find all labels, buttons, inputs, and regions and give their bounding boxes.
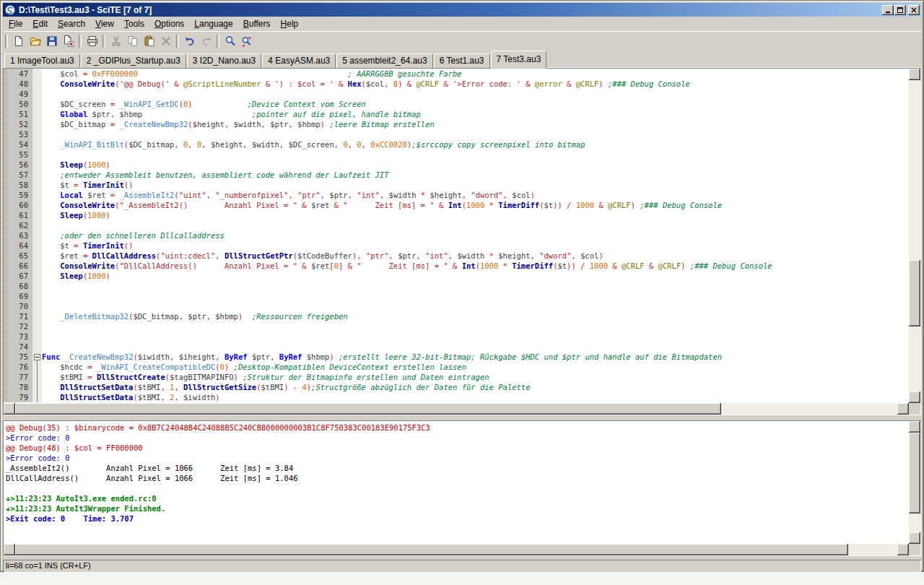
cut-button[interactable] — [108, 33, 124, 49]
output-line[interactable]: >Error code: 0 — [6, 433, 909, 443]
output-line[interactable]: @@ Debug(35) : $binarycode = 0x8B7C24048… — [6, 422, 909, 433]
code-line[interactable]: ConsoleWrite('@@ Debug(' & @ScriptLineNu… — [42, 79, 909, 89]
line-number[interactable]: 55 — [8, 150, 32, 160]
find-button[interactable] — [222, 33, 238, 49]
line-number[interactable]: 64 — [8, 240, 32, 251]
scroll-down-button[interactable] — [909, 532, 920, 544]
code-line[interactable]: $ret = DllCallAddress("uint:cdecl", DllS… — [42, 251, 909, 261]
undo-button[interactable] — [181, 33, 198, 49]
code-line[interactable]: $tBMI = DllStructCreate($tagBITMAPINFO) … — [42, 372, 909, 382]
output-line[interactable]: +>11:23:23 AutoIt3Wrapper Finished. — [6, 503, 909, 514]
output-line[interactable]: +>11:23:23 AutoIt3.exe ended.rc:0 — [6, 493, 909, 503]
tab-test1.au3[interactable]: 6 Test1.au3 — [434, 53, 490, 68]
tab-test3.au3[interactable]: 7 Test3.au3 — [491, 51, 547, 68]
line-number[interactable]: 49 — [8, 89, 32, 99]
line-number[interactable]: 70 — [8, 301, 32, 311]
code-line[interactable]: _WinAPI_BitBlt($DC_bitmap, 0, 0, $height… — [42, 139, 909, 150]
output-console[interactable]: @@ Debug(35) : $binarycode = 0x8B7C24048… — [4, 421, 909, 544]
code-line[interactable]: Sleep(1000) — [42, 210, 909, 220]
scroll-right-button[interactable] — [897, 403, 909, 415]
paste-button[interactable] — [141, 33, 157, 49]
line-number[interactable]: 67 — [8, 271, 32, 281]
fold-collapse-icon[interactable] — [32, 352, 42, 362]
new-file-button[interactable] — [10, 33, 27, 49]
code-line[interactable]: ;oder den schnelleren Dllcalladdress — [42, 230, 909, 240]
line-number[interactable]: 77 — [8, 372, 32, 382]
code-line[interactable]: Sleep(1000) — [42, 271, 909, 281]
editor-code-area[interactable]: 47 $col = 0xFF000000 ; AARRGGBB gesuchte… — [4, 69, 909, 403]
code-line[interactable]: ;entweder Assembleit benutzen, assemblie… — [42, 170, 909, 180]
minimize-button[interactable] — [882, 5, 894, 15]
output-line[interactable]: DllCallAddress() Anzahl Pixel = 1066 Zei… — [6, 473, 909, 483]
editor-horizontal-scrollbar[interactable] — [4, 403, 909, 415]
code-line[interactable]: Global $ptr, $hbmp ;pointer auf die pixe… — [42, 109, 909, 119]
code-line[interactable] — [42, 321, 909, 332]
code-line[interactable]: ConsoleWrite("_AssembleIt2() Anzahl Pixe… — [42, 200, 909, 210]
copy-button[interactable] — [124, 33, 141, 49]
line-number[interactable]: 63 — [8, 230, 32, 240]
scroll-up-button[interactable] — [909, 69, 920, 80]
code-line[interactable] — [42, 342, 909, 352]
code-line[interactable]: $col = 0xFF000000 ; AARRGGBB gesuchte Fa… — [42, 69, 909, 79]
line-number[interactable]: 74 — [8, 342, 32, 352]
tab-imagetool.au3[interactable]: 1 ImageTool.au3 — [4, 53, 80, 68]
line-number[interactable]: 62 — [8, 220, 32, 230]
code-line[interactable] — [42, 150, 909, 160]
code-line[interactable]: $t = TimerInit() — [42, 180, 909, 190]
scroll-left-button[interactable] — [4, 544, 15, 555]
code-line[interactable]: $t = TimerInit() — [42, 240, 909, 251]
tab-_gdiplus_startup.au3[interactable]: 2 _GDIPlus_Startup.au3 — [81, 53, 186, 68]
scrollbar-thumb[interactable] — [15, 544, 848, 555]
print-button[interactable] — [84, 33, 100, 49]
code-line[interactable]: Local $ret = _AssembleIt2("uint", "_numb… — [42, 190, 909, 200]
menu-language[interactable]: Language — [189, 17, 237, 30]
code-line[interactable]: DllStructSetData($tBMI, 2, $iwidth) — [42, 392, 909, 402]
code-line[interactable] — [42, 301, 909, 311]
output-line[interactable] — [6, 483, 909, 493]
code-line[interactable]: ConsoleWrite("DllCallAddress() Anzahl Pi… — [42, 261, 909, 271]
code-line[interactable] — [42, 291, 909, 301]
output-horizontal-scrollbar[interactable] — [4, 544, 909, 555]
code-line[interactable]: _DeleteBitmap32($DC_bitmap, $ptr, $hbmp)… — [42, 311, 909, 321]
editor-output-splitter[interactable] — [3, 415, 921, 420]
output-line[interactable]: >Exit code: 0 Time: 3.707 — [6, 514, 909, 524]
code-line[interactable] — [42, 89, 909, 99]
line-number[interactable]: 60 — [8, 200, 32, 210]
code-line[interactable] — [42, 220, 909, 230]
line-number[interactable]: 65 — [8, 251, 32, 261]
tab-assembleit2_64.au3[interactable]: 5 assembleit2_64.au3 — [336, 53, 432, 68]
menu-search[interactable]: Search — [53, 17, 90, 30]
line-number[interactable]: 68 — [8, 281, 32, 291]
replace-button[interactable] — [238, 33, 255, 49]
line-number[interactable]: 53 — [8, 129, 32, 139]
code-line[interactable]: Func _CreateNewBmp32($iwidth, $iheight, … — [42, 352, 909, 362]
code-line[interactable]: $DC_screen = _WinAPI_GetDC(0) ;Device Co… — [42, 99, 909, 109]
line-number[interactable]: 56 — [8, 160, 32, 170]
line-number[interactable]: 50 — [8, 99, 32, 109]
tab-easyasm.au3[interactable]: 4 EasyASM.au3 — [262, 53, 336, 68]
menu-buffers[interactable]: Buffers — [238, 17, 276, 30]
line-number[interactable]: 79 — [8, 392, 32, 402]
output-line[interactable]: >Error code: 0 — [6, 453, 909, 463]
menu-tools[interactable]: Tools — [119, 17, 149, 30]
editor-vertical-scrollbar[interactable] — [909, 69, 920, 403]
output-line[interactable]: @@ Debug(48) : $col = FF000000 — [6, 443, 909, 453]
line-number[interactable]: 73 — [8, 332, 32, 342]
menu-view[interactable]: View — [90, 17, 119, 30]
tab-i2d_nano.au3[interactable]: 3 I2D_Nano.au3 — [187, 53, 261, 68]
close-button[interactable] — [908, 5, 920, 15]
scroll-up-button[interactable] — [909, 421, 920, 433]
delete-button[interactable] — [157, 33, 174, 49]
close-file-button[interactable] — [60, 33, 77, 49]
line-number[interactable]: 76 — [8, 362, 32, 372]
code-line[interactable]: Sleep(1000) — [42, 160, 909, 170]
redo-button[interactable] — [198, 33, 214, 49]
scrollbar-thumb[interactable] — [909, 433, 920, 514]
menu-file[interactable]: File — [4, 17, 27, 30]
line-number[interactable]: 75 — [8, 352, 32, 362]
menu-help[interactable]: Help — [276, 17, 304, 30]
scrollbar-thumb[interactable] — [15, 403, 721, 415]
save-file-button[interactable] — [43, 33, 60, 49]
scroll-left-button[interactable] — [4, 403, 15, 415]
scrollbar-thumb[interactable] — [909, 260, 920, 326]
